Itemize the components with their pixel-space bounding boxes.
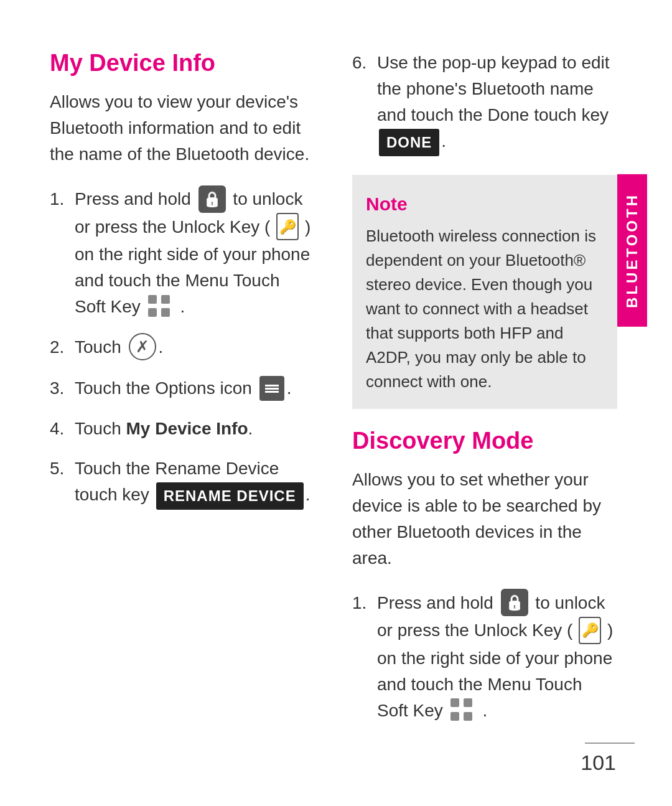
discovery-step-1: 1. Press and hold to unlock or press the…	[352, 590, 617, 724]
discovery-step-1-text-before: Press and hold	[377, 593, 498, 612]
step-4-text-after: .	[248, 419, 253, 438]
my-device-info-title: My Device Info	[50, 50, 315, 77]
step-3-number: 3.	[50, 375, 75, 401]
note-title: Note	[366, 190, 604, 218]
step-4: 4. Touch My Device Info.	[50, 416, 315, 442]
discovery-mode-title: Discovery Mode	[352, 428, 617, 454]
main-content: My Device Info Allows you to view your d…	[0, 0, 672, 806]
discovery-step-1-number: 1.	[352, 590, 377, 616]
step-2: 2. Touch ✗.	[50, 334, 315, 362]
discovery-lock-icon	[501, 589, 528, 616]
step-3: 3. Touch the Options icon .	[50, 375, 315, 402]
discovery-step-1-text-end: .	[478, 701, 488, 720]
step-6: 6. Use the pop-up keypad to edit the pho…	[352, 50, 617, 156]
right-column: 6. Use the pop-up keypad to edit the pho…	[340, 50, 617, 756]
step-4-bold-text: My Device Info	[126, 419, 248, 438]
step-1-text-end: .	[175, 297, 185, 316]
page-divider	[585, 743, 635, 744]
step-5-content: Touch the Rename Device touch key RENAME…	[75, 456, 315, 510]
menu-soft-key-icon	[148, 295, 173, 320]
note-box: Note Bluetooth wireless connection is de…	[352, 175, 617, 409]
step-6-text-end: .	[441, 131, 446, 151]
step-4-text-before: Touch	[75, 419, 126, 438]
step-6-text: Use the pop-up keypad to edit the phone'…	[377, 53, 610, 124]
step-3-text: Touch the Options icon	[75, 378, 257, 398]
step-1-content: Press and hold to unlock or press the Un…	[75, 186, 315, 321]
unlock-key-icon: 🔑	[276, 213, 299, 240]
discovery-unlock-key-icon: 🔑	[579, 617, 601, 644]
rename-device-button-label: RENAME DEVICE	[156, 482, 304, 510]
step-1-number: 1.	[50, 186, 75, 212]
step-2-text-end: .	[159, 337, 164, 357]
step-3-text-end: .	[287, 378, 292, 398]
step-3-content: Touch the Options icon .	[75, 375, 315, 402]
bluetooth-icon: ✗	[129, 333, 156, 360]
step-4-content: Touch My Device Info.	[75, 416, 315, 442]
done-button-label: DONE	[379, 129, 439, 156]
discovery-mode-desc: Allows you to set whether your device is…	[352, 467, 617, 571]
discovery-menu-soft-key-icon	[450, 698, 475, 723]
note-text: Bluetooth wireless connection is depende…	[366, 224, 604, 394]
step-2-number: 2.	[50, 334, 75, 360]
step-5-number: 5.	[50, 456, 75, 482]
step-5-text-after: .	[306, 485, 310, 504]
step-2-content: Touch ✗.	[75, 334, 315, 362]
step-1: 1. Press and hold to unlock or press the…	[50, 186, 315, 321]
page-number: 101	[581, 751, 616, 775]
step-6-number: 6.	[352, 50, 377, 76]
step-2-text: Touch	[75, 337, 126, 357]
options-icon	[259, 376, 284, 401]
step-5: 5. Touch the Rename Device touch key REN…	[50, 456, 315, 510]
step-4-number: 4.	[50, 416, 75, 442]
discovery-step-1-content: Press and hold to unlock or press the Un…	[377, 590, 617, 724]
lock-icon	[198, 185, 226, 213]
bluetooth-sidebar-label: BLUETOOTH	[617, 174, 647, 327]
step-6-content: Use the pop-up keypad to edit the phone'…	[377, 50, 617, 156]
step-1-text-before: Press and hold	[75, 189, 196, 209]
left-column: My Device Info Allows you to view your d…	[50, 50, 340, 756]
my-device-info-desc: Allows you to view your device's Bluetoo…	[50, 89, 315, 167]
side-tab: BLUETOOTH	[617, 50, 647, 756]
page-container: My Device Info Allows you to view your d…	[0, 0, 672, 806]
